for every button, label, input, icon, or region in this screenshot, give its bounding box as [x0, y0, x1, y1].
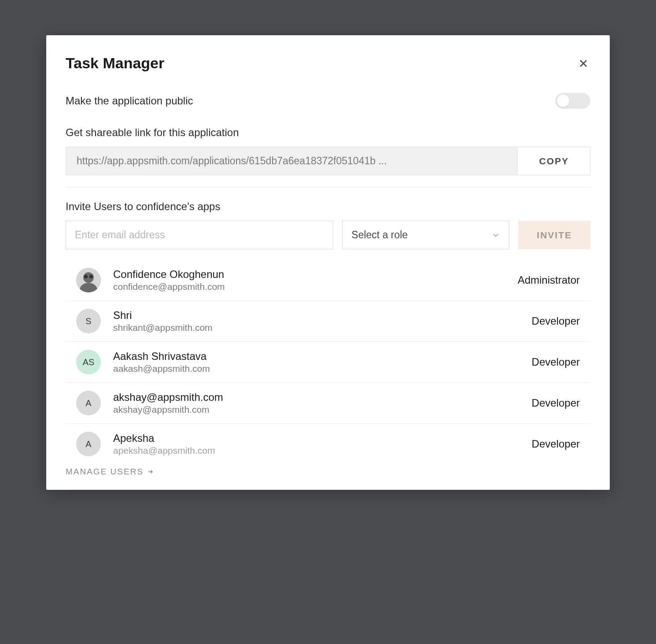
user-name: Shri [113, 309, 532, 322]
user-info: Confidence Okoghenun confidence@appsmith… [113, 268, 518, 292]
user-row: AS Aakash Shrivastava aakash@appsmith.co… [66, 342, 590, 383]
user-role: Developer [532, 356, 580, 368]
user-email: confidence@appsmith.com [113, 281, 518, 292]
avatar: AS [76, 350, 101, 374]
share-url-display[interactable]: https://app.appsmith.com/applications/61… [66, 147, 518, 175]
user-info: Aakash Shrivastava aakash@appsmith.com [113, 350, 532, 374]
close-button[interactable] [576, 56, 590, 70]
share-modal: Task Manager Make the application public… [46, 35, 610, 490]
modal-title: Task Manager [66, 55, 164, 72]
user-email: apeksha@appsmith.com [113, 445, 532, 456]
user-row: S Shri shrikant@appsmith.com Developer [66, 301, 590, 342]
close-icon [578, 58, 589, 69]
user-email: akshay@appsmith.com [113, 404, 532, 415]
svg-point-5 [84, 275, 88, 278]
manage-users-label: MANAGE USERS [66, 467, 144, 477]
arrow-right-icon [147, 468, 154, 475]
user-name: Apeksha [113, 432, 532, 444]
public-toggle[interactable] [555, 93, 590, 109]
user-name: akshay@appsmith.com [113, 391, 532, 403]
manage-users-link[interactable]: MANAGE USERS [66, 467, 154, 477]
avatar: S [76, 309, 101, 333]
user-info: akshay@appsmith.com akshay@appsmith.com [113, 391, 532, 415]
user-row: Confidence Okoghenun confidence@appsmith… [66, 263, 590, 301]
public-toggle-row: Make the application public [66, 93, 590, 109]
user-info: Apeksha apeksha@appsmith.com [113, 432, 532, 456]
invite-section-label: Invite Users to confidence's apps [66, 200, 590, 213]
user-info: Shri shrikant@appsmith.com [113, 309, 532, 333]
role-select-value: Select a role [351, 229, 408, 241]
modal-header: Task Manager [66, 55, 590, 72]
user-list: Confidence Okoghenun confidence@appsmith… [66, 263, 590, 456]
user-role: Developer [532, 315, 580, 327]
user-row: A Apeksha apeksha@appsmith.com Developer [66, 424, 590, 456]
role-select[interactable]: Select a role [342, 221, 509, 249]
user-name: Confidence Okoghenun [113, 268, 518, 281]
user-email: aakash@appsmith.com [113, 363, 532, 374]
email-input[interactable] [66, 221, 333, 249]
invite-form-row: Select a role INVITE [66, 221, 590, 249]
avatar [76, 268, 101, 292]
chevron-down-icon [491, 231, 500, 240]
public-toggle-label: Make the application public [66, 95, 193, 107]
toggle-knob [557, 95, 569, 107]
user-name: Aakash Shrivastava [113, 350, 532, 363]
user-role: Developer [532, 438, 580, 450]
copy-button[interactable]: COPY [518, 147, 590, 175]
user-role: Administrator [518, 274, 580, 286]
divider [66, 187, 590, 187]
svg-point-6 [89, 275, 93, 278]
user-row: A akshay@appsmith.com akshay@appsmith.co… [66, 383, 590, 424]
avatar: A [76, 432, 101, 456]
share-link-row: https://app.appsmith.com/applications/61… [66, 147, 590, 175]
invite-button[interactable]: INVITE [518, 221, 590, 249]
user-email: shrikant@appsmith.com [113, 322, 532, 333]
share-link-label: Get shareable link for this application [66, 126, 590, 139]
avatar: A [76, 391, 101, 415]
user-role: Developer [532, 397, 580, 409]
